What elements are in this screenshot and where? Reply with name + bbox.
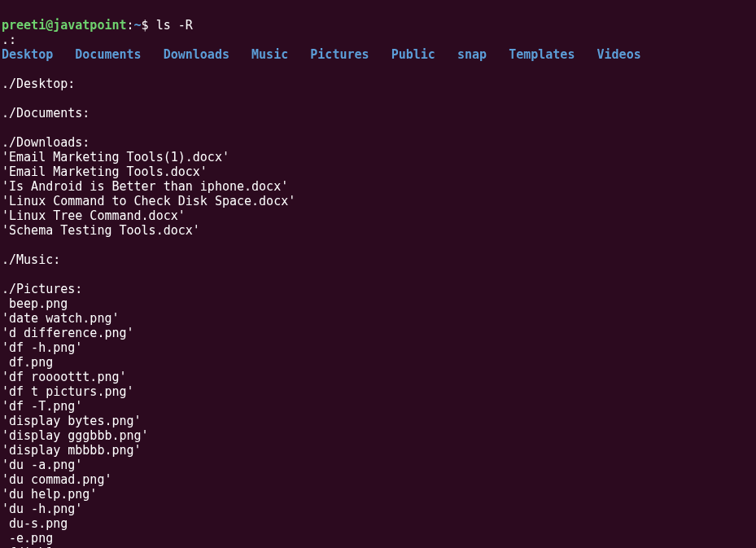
file-item: 'Schema Testing Tools.docx' — [2, 223, 200, 238]
dir-desktop: Desktop — [2, 47, 53, 62]
documents-section-header: ./Documents: — [2, 106, 90, 121]
file-item: du-s.png — [2, 516, 68, 531]
file-item: 'df -h.png' — [2, 340, 82, 355]
prompt-colon: : — [127, 18, 134, 33]
file-item: 'd difference.png' — [2, 326, 134, 340]
file-item: 'Linux Tree Command.docx' — [2, 208, 186, 223]
file-item: 'df t picturs.png' — [2, 384, 134, 399]
command-text: ls -R — [149, 18, 193, 33]
file-item: 'du help.png' — [2, 487, 97, 502]
prompt-user: preeti@javatpoint — [2, 18, 127, 33]
file-item: df.png — [2, 355, 53, 370]
file-item: 'df roooottt.png' — [2, 370, 127, 384]
dir-music: Music — [251, 47, 288, 62]
pictures-section-header: ./Pictures: — [2, 282, 82, 296]
dir-videos: Videos — [597, 47, 641, 62]
file-item: 'du commad.png' — [2, 472, 111, 487]
dir-pictures: Pictures — [310, 47, 369, 62]
file-item: 'date watch.png' — [2, 311, 120, 326]
file-item: 'Linux Command to Check Disk Space.docx' — [2, 194, 295, 208]
file-item: 'Is Android is Better than iphone.docx' — [2, 179, 288, 194]
file-item: 'Email Marketing Tools(1).docx' — [2, 150, 229, 164]
dir-templates: Templates — [509, 47, 575, 62]
file-item: 'du -a.png' — [2, 458, 82, 472]
file-item: -e.png — [2, 531, 53, 546]
file-item: beep.png — [2, 296, 68, 311]
desktop-section-header: ./Desktop: — [2, 77, 75, 91]
terminal-output: preeti@javatpoint:~$ ls -R .: Desktop Do… — [2, 3, 754, 548]
file-item: 'display bytes.png' — [2, 414, 142, 428]
root-section-header: .: — [2, 33, 16, 47]
file-item: 'display gggbbb.png' — [2, 428, 149, 443]
dir-public: Public — [391, 47, 435, 62]
prompt-path: ~ — [134, 18, 142, 33]
dir-snap: snap — [457, 47, 487, 62]
prompt-dollar: $ — [142, 18, 149, 33]
file-item: 'du -h.png' — [2, 502, 82, 516]
file-item: 'df -T.png' — [2, 399, 82, 414]
music-section-header: ./Music: — [2, 252, 60, 267]
file-item: 'display mbbbb.png' — [2, 443, 142, 458]
dir-documents: Documents — [75, 47, 141, 62]
dir-downloads: Downloads — [164, 47, 229, 62]
downloads-section-header: ./Downloads: — [2, 135, 90, 150]
file-item: 'Email Marketing Tools.docx' — [2, 164, 208, 179]
